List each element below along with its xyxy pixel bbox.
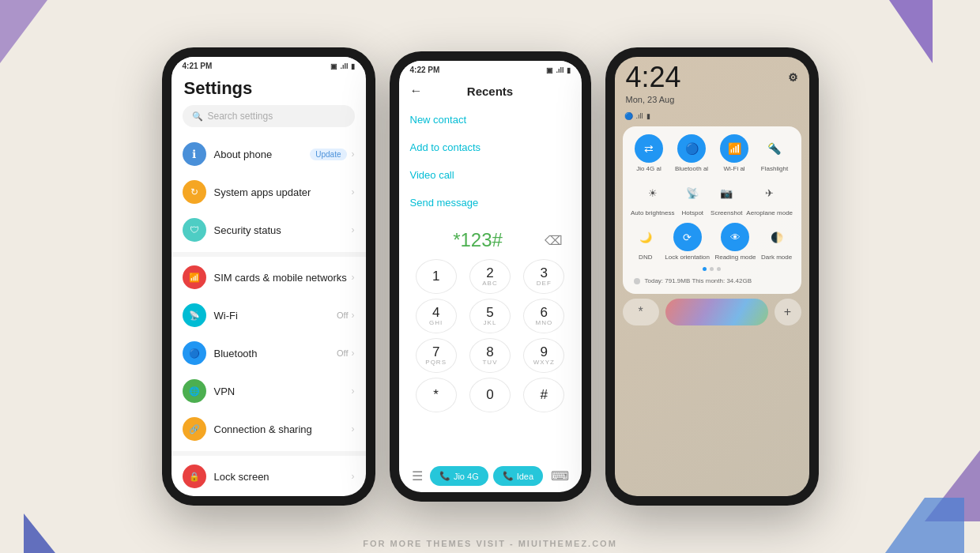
lock-date: Mon, 23 Aug (615, 95, 809, 111)
lockscreen-screen: 4:24 ⚙ Mon, 23 Aug 🔵 .ıll ▮ ⇄ Jio 4G al (615, 57, 809, 496)
gear-icon[interactable]: ⚙ (788, 71, 798, 84)
screenshot-icon: 📷 (712, 179, 741, 207)
key-3[interactable]: 3DEF (523, 259, 564, 294)
security-icon: 🛡 (183, 218, 206, 242)
settings-section-1: ℹ About phone Update › ↻ System apps upd… (172, 135, 366, 249)
lockscreen-icon: 🔒 (183, 465, 206, 488)
call-buttons: 📞 Jio 4G 📞 Idea (430, 466, 543, 486)
call-icon-idea: 📞 (503, 471, 514, 481)
key-7[interactable]: 7PQRS (416, 338, 457, 373)
backspace-button[interactable]: ⌫ (541, 230, 566, 251)
settings-item-bluetooth[interactable]: 🔵 Bluetooth Off › (172, 334, 366, 372)
dot-2 (710, 267, 714, 271)
about-arrow: › (352, 149, 355, 160)
settings-item-security[interactable]: 🛡 Security status › (172, 211, 366, 249)
recent-send-message[interactable]: Send message (410, 189, 571, 216)
bluetooth-label: Bluetooth (214, 348, 337, 359)
dnd-icon: 🌙 (631, 223, 660, 251)
qs-bluetooth[interactable]: 🔵 Bluetooth al (675, 134, 708, 172)
lock-add-button[interactable]: + (775, 299, 801, 325)
key-9[interactable]: 9WXYZ (523, 338, 564, 373)
phone-settings: 4:21 PM ▣ .ıll ▮ Settings 🔍 Search setti… (162, 47, 375, 506)
about-icon: ℹ (183, 142, 206, 166)
dot-3 (717, 267, 721, 271)
key-4[interactable]: 4GHI (416, 299, 457, 333)
brightness-icon: ☀ (639, 179, 667, 207)
settings-item-sim[interactable]: 📶 SIM cards & mobile networks › (172, 258, 366, 296)
qs-dnd[interactable]: 🌙 DND (631, 223, 660, 261)
dial-number: *123# (415, 229, 541, 251)
key-8[interactable]: 8TUV (469, 338, 511, 373)
recent-video-call[interactable]: Video call (410, 161, 571, 189)
search-bar[interactable]: 🔍 Search settings (183, 105, 355, 127)
settings-item-lockscreen[interactable]: 🔒 Lock screen › (172, 457, 366, 495)
call-jio-button[interactable]: 📞 Jio 4G (430, 466, 488, 486)
recent-add-contacts[interactable]: Add to contacts (410, 134, 571, 161)
settings-item-wifi[interactable]: 📡 Wi-Fi Off › (172, 296, 366, 334)
phone-dialer: 4:22 PM ▣ .ıll ▮ ← Recents New contact A… (390, 51, 591, 502)
signal-icon-m: ▣ (546, 66, 553, 74)
bt-qs-label: Bluetooth al (675, 165, 708, 172)
qs-orientation[interactable]: ⟳ Lock orientation (665, 223, 709, 261)
jio4g-label: Jio 4G al (636, 165, 662, 172)
key-2[interactable]: 2ABC (469, 259, 511, 294)
qs-autobrightness[interactable]: ☀ Auto brightness (631, 179, 675, 216)
key-star[interactable]: * (416, 378, 457, 412)
sim-label: SIM cards & mobile networks (214, 272, 352, 284)
call-idea-button[interactable]: 📞 Idea (493, 466, 543, 486)
dial-display: *123# ⌫ (399, 221, 582, 256)
keypad-icon[interactable]: ⌨ (551, 468, 569, 483)
lock-status-icons: ⚙ (788, 71, 798, 84)
qs-hotspot[interactable]: 📡 Hotspot (678, 179, 707, 216)
qs-wifi[interactable]: 📶 Wi-Fi al (720, 134, 748, 172)
network-icon: .ıll (340, 62, 348, 70)
key-0[interactable]: 0 (469, 378, 511, 412)
divider-1 (172, 252, 366, 257)
brightness-label: Auto brightness (631, 209, 675, 216)
qs-screenshot[interactable]: 📷 Screenshot (710, 179, 742, 216)
qs-airplane[interactable]: ✈ Aeroplane mode (746, 179, 793, 216)
sysapps-arrow: › (352, 186, 355, 198)
dialer-screen: 4:22 PM ▣ .ıll ▮ ← Recents New contact A… (399, 61, 582, 492)
security-arrow: › (352, 224, 355, 235)
back-button[interactable]: ← (410, 84, 423, 98)
qs-dark[interactable]: 🌓 Dark mode (761, 223, 792, 261)
sim-icon: 📶 (183, 265, 206, 289)
qs-reading[interactable]: 👁 Reading mode (714, 223, 756, 261)
orientation-icon: ⟳ (673, 223, 702, 251)
settings-title: Settings (172, 73, 366, 105)
status-icons-left: ▣ .ıll ▮ (330, 62, 354, 70)
vpn-label: VPN (214, 386, 352, 397)
flashlight-icon: 🔦 (760, 134, 789, 163)
settings-item-vpn[interactable]: 🌐 VPN › (172, 372, 366, 410)
qs-flashlight[interactable]: 🔦 Flashlight (760, 134, 789, 172)
qs-jio4g[interactable]: ⇄ Jio 4G al (635, 134, 663, 172)
reading-label: Reading mode (714, 254, 756, 261)
lockscreen-label: Lock screen (214, 471, 352, 483)
dark-label: Dark mode (761, 254, 792, 261)
key-6[interactable]: 6MNO (523, 299, 564, 333)
lock-input[interactable]: * (623, 299, 659, 325)
dialer-bottom-bar: ☰ 📞 Jio 4G 📞 Idea ⌨ (399, 461, 582, 492)
signal-indicator: .ıll (636, 112, 643, 120)
settings-item-about[interactable]: ℹ About phone Update › (172, 135, 366, 173)
dark-icon: 🌓 (763, 223, 791, 251)
menu-button[interactable]: ☰ (412, 468, 423, 483)
wifi-icon: 📡 (183, 303, 206, 327)
battery-icon-m: ▮ (567, 66, 571, 74)
key-1[interactable]: 1 (416, 259, 457, 294)
update-badge: Update (310, 149, 346, 160)
key-5[interactable]: 5JKL (469, 299, 511, 333)
settings-item-sysapps[interactable]: ↻ System apps updater › (172, 173, 366, 211)
status-bar-left: 4:21 PM ▣ .ıll ▮ (172, 57, 366, 73)
recent-new-contact[interactable]: New contact (410, 106, 571, 134)
vpn-arrow: › (352, 386, 355, 397)
airplane-icon: ✈ (756, 179, 784, 207)
dot-1 (703, 267, 707, 271)
sysapps-icon: ↻ (183, 180, 206, 204)
key-hash[interactable]: # (523, 378, 564, 412)
qs-row-1: ⇄ Jio 4G al 🔵 Bluetooth al 📶 Wi-Fi al 🔦 … (629, 134, 795, 172)
dnd-label: DND (639, 254, 652, 261)
network-icon-m: .ıll (556, 66, 564, 74)
settings-item-connection[interactable]: 🔗 Connection & sharing › (172, 410, 366, 448)
